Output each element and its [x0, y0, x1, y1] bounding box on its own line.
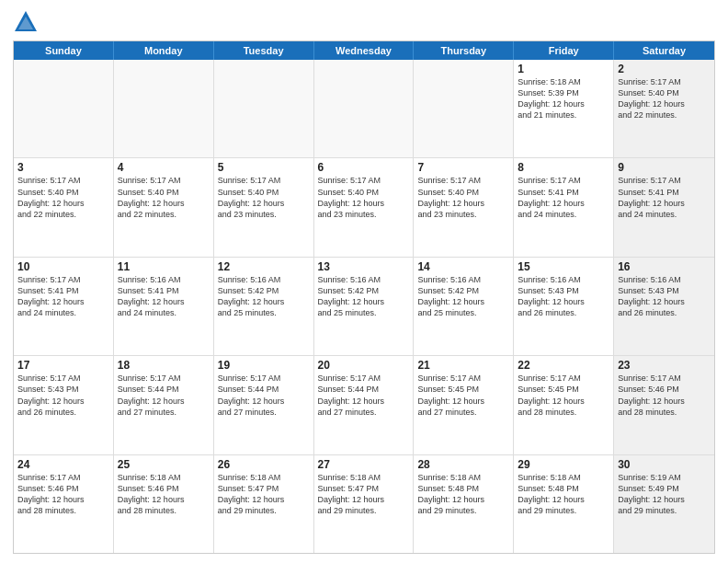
cell-info: Sunrise: 5:17 AM Sunset: 5:46 PM Dayligh…	[17, 472, 109, 517]
day-number: 25	[118, 458, 210, 471]
day-number: 8	[518, 161, 609, 174]
calendar-cell-empty-0-1	[114, 60, 214, 157]
calendar-cell-26: 26Sunrise: 5:18 AM Sunset: 5:47 PM Dayli…	[214, 455, 314, 553]
calendar-body: 1Sunrise: 5:18 AM Sunset: 5:39 PM Daylig…	[14, 60, 714, 553]
day-number: 17	[17, 359, 109, 372]
day-number: 5	[218, 161, 310, 174]
calendar-cell-3: 3Sunrise: 5:17 AM Sunset: 5:40 PM Daylig…	[14, 158, 114, 256]
cell-info: Sunrise: 5:17 AM Sunset: 5:45 PM Dayligh…	[518, 373, 609, 418]
cell-info: Sunrise: 5:17 AM Sunset: 5:44 PM Dayligh…	[318, 373, 410, 418]
cell-info: Sunrise: 5:18 AM Sunset: 5:48 PM Dayligh…	[417, 472, 509, 517]
weekday-header-saturday: Saturday	[614, 41, 714, 60]
calendar-cell-24: 24Sunrise: 5:17 AM Sunset: 5:46 PM Dayli…	[14, 455, 114, 553]
calendar-cell-empty-0-4	[414, 60, 514, 157]
calendar-row-3: 10Sunrise: 5:17 AM Sunset: 5:41 PM Dayli…	[14, 258, 714, 356]
cell-info: Sunrise: 5:17 AM Sunset: 5:44 PM Dayligh…	[118, 373, 210, 418]
calendar-row-4: 17Sunrise: 5:17 AM Sunset: 5:43 PM Dayli…	[14, 356, 714, 454]
calendar-cell-17: 17Sunrise: 5:17 AM Sunset: 5:43 PM Dayli…	[14, 356, 114, 454]
calendar-cell-16: 16Sunrise: 5:16 AM Sunset: 5:43 PM Dayli…	[614, 258, 714, 355]
day-number: 6	[318, 161, 410, 174]
cell-info: Sunrise: 5:17 AM Sunset: 5:41 PM Dayligh…	[618, 175, 711, 220]
weekday-header-wednesday: Wednesday	[314, 41, 415, 60]
calendar-cell-23: 23Sunrise: 5:17 AM Sunset: 5:46 PM Dayli…	[614, 356, 714, 454]
day-number: 3	[17, 161, 109, 174]
calendar-cell-22: 22Sunrise: 5:17 AM Sunset: 5:45 PM Dayli…	[514, 356, 614, 454]
calendar-cell-13: 13Sunrise: 5:16 AM Sunset: 5:42 PM Dayli…	[314, 258, 415, 355]
logo-icon	[13, 9, 39, 35]
cell-info: Sunrise: 5:18 AM Sunset: 5:39 PM Dayligh…	[518, 76, 609, 121]
calendar-cell-27: 27Sunrise: 5:18 AM Sunset: 5:47 PM Dayli…	[314, 455, 415, 553]
calendar-cell-20: 20Sunrise: 5:17 AM Sunset: 5:44 PM Dayli…	[314, 356, 415, 454]
calendar: SundayMondayTuesdayWednesdayThursdayFrid…	[13, 40, 715, 554]
calendar-cell-29: 29Sunrise: 5:18 AM Sunset: 5:48 PM Dayli…	[514, 455, 614, 553]
day-number: 29	[518, 458, 609, 471]
calendar-cell-1: 1Sunrise: 5:18 AM Sunset: 5:39 PM Daylig…	[514, 60, 614, 157]
cell-info: Sunrise: 5:16 AM Sunset: 5:41 PM Dayligh…	[118, 274, 210, 319]
day-number: 15	[518, 260, 609, 273]
day-number: 11	[118, 260, 210, 273]
calendar-row-2: 3Sunrise: 5:17 AM Sunset: 5:40 PM Daylig…	[14, 158, 714, 257]
calendar-cell-2: 2Sunrise: 5:17 AM Sunset: 5:40 PM Daylig…	[614, 60, 714, 157]
calendar-cell-6: 6Sunrise: 5:17 AM Sunset: 5:40 PM Daylig…	[314, 158, 415, 256]
cell-info: Sunrise: 5:16 AM Sunset: 5:42 PM Dayligh…	[417, 274, 509, 319]
weekday-header-sunday: Sunday	[14, 41, 114, 60]
cell-info: Sunrise: 5:17 AM Sunset: 5:40 PM Dayligh…	[17, 175, 109, 220]
calendar-cell-19: 19Sunrise: 5:17 AM Sunset: 5:44 PM Dayli…	[214, 356, 314, 454]
cell-info: Sunrise: 5:16 AM Sunset: 5:42 PM Dayligh…	[218, 274, 310, 319]
day-number: 10	[17, 260, 109, 273]
calendar-cell-12: 12Sunrise: 5:16 AM Sunset: 5:42 PM Dayli…	[214, 258, 314, 355]
day-number: 23	[618, 359, 711, 372]
cell-info: Sunrise: 5:19 AM Sunset: 5:49 PM Dayligh…	[618, 472, 711, 517]
cell-info: Sunrise: 5:17 AM Sunset: 5:40 PM Dayligh…	[118, 175, 210, 220]
day-number: 9	[618, 161, 711, 174]
day-number: 7	[417, 161, 509, 174]
calendar-row-5: 24Sunrise: 5:17 AM Sunset: 5:46 PM Dayli…	[14, 455, 714, 553]
calendar-cell-9: 9Sunrise: 5:17 AM Sunset: 5:41 PM Daylig…	[614, 158, 714, 256]
day-number: 21	[417, 359, 509, 372]
cell-info: Sunrise: 5:16 AM Sunset: 5:43 PM Dayligh…	[518, 274, 609, 319]
day-number: 16	[618, 260, 711, 273]
calendar-cell-5: 5Sunrise: 5:17 AM Sunset: 5:40 PM Daylig…	[214, 158, 314, 256]
day-number: 26	[218, 458, 310, 471]
calendar-cell-21: 21Sunrise: 5:17 AM Sunset: 5:45 PM Dayli…	[414, 356, 514, 454]
day-number: 2	[618, 63, 711, 75]
calendar-cell-11: 11Sunrise: 5:16 AM Sunset: 5:41 PM Dayli…	[114, 258, 214, 355]
calendar-cell-empty-0-3	[314, 60, 415, 157]
cell-info: Sunrise: 5:17 AM Sunset: 5:43 PM Dayligh…	[17, 373, 109, 418]
calendar-cell-25: 25Sunrise: 5:18 AM Sunset: 5:46 PM Dayli…	[114, 455, 214, 553]
cell-info: Sunrise: 5:17 AM Sunset: 5:40 PM Dayligh…	[218, 175, 310, 220]
calendar-cell-empty-0-2	[214, 60, 314, 157]
day-number: 4	[118, 161, 210, 174]
weekday-header-monday: Monday	[114, 41, 214, 60]
day-number: 28	[417, 458, 509, 471]
cell-info: Sunrise: 5:18 AM Sunset: 5:48 PM Dayligh…	[518, 472, 609, 517]
calendar-cell-30: 30Sunrise: 5:19 AM Sunset: 5:49 PM Dayli…	[614, 455, 714, 553]
cell-info: Sunrise: 5:16 AM Sunset: 5:42 PM Dayligh…	[318, 274, 410, 319]
calendar-cell-empty-0-0	[14, 60, 114, 157]
calendar-cell-28: 28Sunrise: 5:18 AM Sunset: 5:48 PM Dayli…	[414, 455, 514, 553]
calendar-cell-4: 4Sunrise: 5:17 AM Sunset: 5:40 PM Daylig…	[114, 158, 214, 256]
day-number: 12	[218, 260, 310, 273]
day-number: 13	[318, 260, 410, 273]
calendar-row-1: 1Sunrise: 5:18 AM Sunset: 5:39 PM Daylig…	[14, 60, 714, 158]
calendar-cell-18: 18Sunrise: 5:17 AM Sunset: 5:44 PM Dayli…	[114, 356, 214, 454]
day-number: 14	[417, 260, 509, 273]
cell-info: Sunrise: 5:18 AM Sunset: 5:47 PM Dayligh…	[218, 472, 310, 517]
day-number: 22	[518, 359, 609, 372]
day-number: 27	[318, 458, 410, 471]
header	[13, 9, 715, 35]
cell-info: Sunrise: 5:17 AM Sunset: 5:44 PM Dayligh…	[218, 373, 310, 418]
day-number: 20	[318, 359, 410, 372]
cell-info: Sunrise: 5:17 AM Sunset: 5:41 PM Dayligh…	[518, 175, 609, 220]
weekday-header-thursday: Thursday	[414, 41, 514, 60]
day-number: 1	[518, 63, 609, 75]
calendar-cell-8: 8Sunrise: 5:17 AM Sunset: 5:41 PM Daylig…	[514, 158, 614, 256]
day-number: 24	[17, 458, 109, 471]
calendar-cell-7: 7Sunrise: 5:17 AM Sunset: 5:40 PM Daylig…	[414, 158, 514, 256]
weekday-header-friday: Friday	[514, 41, 614, 60]
day-number: 30	[618, 458, 711, 471]
calendar-header: SundayMondayTuesdayWednesdayThursdayFrid…	[14, 41, 714, 60]
cell-info: Sunrise: 5:17 AM Sunset: 5:40 PM Dayligh…	[318, 175, 410, 220]
cell-info: Sunrise: 5:18 AM Sunset: 5:47 PM Dayligh…	[318, 472, 410, 517]
cell-info: Sunrise: 5:16 AM Sunset: 5:43 PM Dayligh…	[618, 274, 711, 319]
